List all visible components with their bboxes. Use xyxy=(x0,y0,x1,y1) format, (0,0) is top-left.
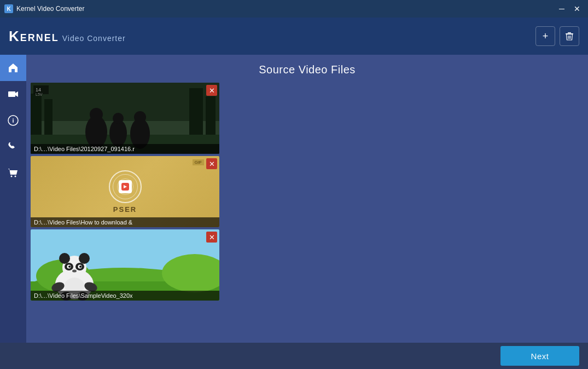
close-button[interactable]: ✕ xyxy=(570,3,584,14)
thumb2-badge: GIF xyxy=(193,159,204,165)
next-button[interactable]: Next xyxy=(500,346,579,366)
window-controls: ─ ✕ xyxy=(555,3,584,14)
svg-text:14: 14 xyxy=(36,87,41,93)
remove-video-2-button[interactable]: ✕ xyxy=(206,158,217,169)
content-area: Source Video Files xyxy=(26,55,588,343)
page-title: Source Video Files xyxy=(26,55,588,83)
svg-point-43 xyxy=(72,270,77,273)
svg-point-41 xyxy=(68,266,71,268)
remove-video-3-button[interactable]: ✕ xyxy=(206,232,217,243)
sidebar: i xyxy=(0,55,26,343)
sidebar-item-home[interactable] xyxy=(0,55,26,81)
svg-point-42 xyxy=(79,266,81,268)
header-actions: + xyxy=(535,26,579,46)
video-list: 14 L5V D:\…\Video Files\20120927_091416.… xyxy=(26,83,588,301)
title-bar: K Kernel Video Converter ─ ✕ xyxy=(0,0,588,18)
svg-point-9 xyxy=(15,176,16,177)
video-item-2[interactable]: PSER GIF D:\…\Video Files\How to downloa… xyxy=(31,156,219,227)
title-bar-left: K Kernel Video Converter xyxy=(4,4,85,13)
logo-kernel-text: Kernel xyxy=(9,28,59,45)
pser-logo-text: PSER xyxy=(113,205,137,214)
svg-point-22 xyxy=(134,111,146,123)
logo-sub-text: Video Converter xyxy=(62,34,126,43)
svg-rect-1 xyxy=(568,32,571,33)
app-title: Kernel Video Converter xyxy=(16,5,85,13)
svg-point-20 xyxy=(113,113,124,124)
svg-point-36 xyxy=(79,253,90,264)
video-path-2: D:\…\Video Files\How to download & xyxy=(31,217,219,227)
svg-point-8 xyxy=(11,176,13,177)
header-logo: Kernel Video Converter xyxy=(9,28,126,45)
svg-rect-5 xyxy=(8,91,15,97)
svg-point-18 xyxy=(90,108,103,121)
sidebar-item-video[interactable] xyxy=(0,81,26,107)
remove-video-1-button[interactable]: ✕ xyxy=(206,85,217,96)
video-item-1[interactable]: 14 L5V D:\…\Video Files\20120927_091416.… xyxy=(31,83,219,154)
svg-text:L5V: L5V xyxy=(36,93,43,96)
video-path-1: D:\…\Video Files\20120927_091416.r xyxy=(31,144,219,154)
svg-point-35 xyxy=(59,253,70,264)
footer: Next xyxy=(0,343,588,369)
delete-file-button[interactable] xyxy=(560,26,579,46)
main-area: i Source Video Files xyxy=(0,55,588,343)
header: Kernel Video Converter + xyxy=(0,18,588,55)
svg-text:i: i xyxy=(12,117,14,124)
sidebar-item-phone[interactable] xyxy=(0,134,26,160)
add-file-button[interactable]: + xyxy=(535,26,555,46)
video-path-3: D:\…\Video Files\SampleVideo_320x xyxy=(31,291,219,301)
minimize-button[interactable]: ─ xyxy=(555,3,568,14)
app-icon: K xyxy=(4,4,13,13)
sidebar-item-info[interactable]: i xyxy=(0,107,26,134)
sidebar-item-cart[interactable] xyxy=(0,160,26,186)
video-item-3[interactable]: D:\…\Video Files\SampleVideo_320x ✕ xyxy=(31,229,219,301)
